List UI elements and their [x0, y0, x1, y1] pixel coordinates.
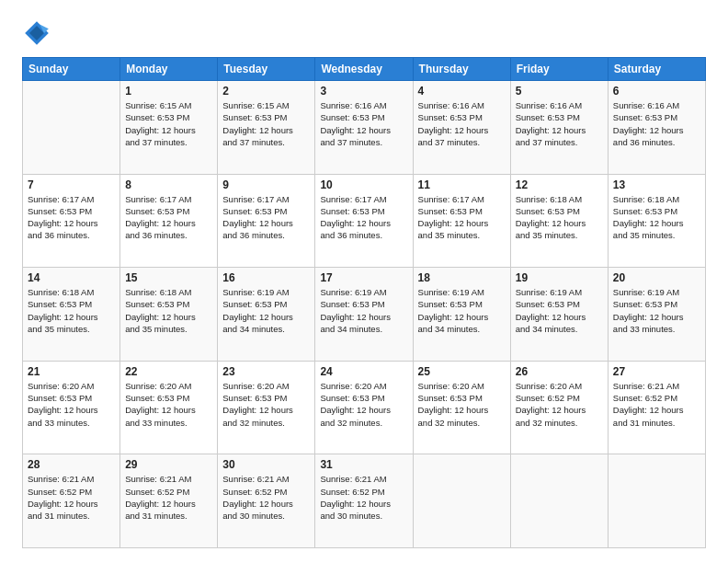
calendar-cell: 21Sunrise: 6:20 AM Sunset: 6:53 PM Dayli…	[23, 361, 120, 454]
calendar-cell: 20Sunrise: 6:19 AM Sunset: 6:53 PM Dayli…	[608, 268, 705, 362]
header-cell-wednesday: Wednesday	[315, 58, 413, 81]
day-number: 19	[516, 271, 603, 284]
day-info: Sunrise: 6:17 AM Sunset: 6:53 PM Dayligh…	[125, 193, 212, 242]
day-info: Sunrise: 6:21 AM Sunset: 6:52 PM Dayligh…	[125, 473, 212, 522]
week-row-4: 21Sunrise: 6:20 AM Sunset: 6:53 PM Dayli…	[23, 361, 706, 454]
calendar-cell: 2Sunrise: 6:15 AM Sunset: 6:53 PM Daylig…	[218, 81, 315, 175]
calendar-cell: 12Sunrise: 6:18 AM Sunset: 6:53 PM Dayli…	[510, 174, 608, 268]
day-number: 7	[28, 178, 115, 191]
day-info: Sunrise: 6:20 AM Sunset: 6:53 PM Dayligh…	[222, 380, 310, 429]
header-cell-tuesday: Tuesday	[218, 58, 315, 81]
calendar-cell: 29Sunrise: 6:21 AM Sunset: 6:52 PM Dayli…	[120, 454, 218, 548]
header-cell-monday: Monday	[120, 58, 218, 81]
calendar-cell: 27Sunrise: 6:21 AM Sunset: 6:52 PM Dayli…	[608, 361, 705, 454]
calendar-cell: 7Sunrise: 6:17 AM Sunset: 6:53 PM Daylig…	[23, 174, 120, 268]
calendar-cell	[510, 454, 608, 548]
day-number: 5	[516, 85, 603, 98]
day-info: Sunrise: 6:16 AM Sunset: 6:53 PM Dayligh…	[516, 99, 603, 148]
day-info: Sunrise: 6:17 AM Sunset: 6:53 PM Dayligh…	[28, 193, 115, 242]
day-number: 24	[320, 365, 407, 378]
header-cell-saturday: Saturday	[608, 58, 705, 81]
day-info: Sunrise: 6:15 AM Sunset: 6:53 PM Dayligh…	[222, 99, 310, 148]
day-info: Sunrise: 6:19 AM Sunset: 6:53 PM Dayligh…	[222, 286, 310, 335]
calendar-cell: 8Sunrise: 6:17 AM Sunset: 6:53 PM Daylig…	[120, 174, 218, 268]
day-info: Sunrise: 6:17 AM Sunset: 6:53 PM Dayligh…	[320, 193, 407, 242]
calendar-cell: 30Sunrise: 6:21 AM Sunset: 6:52 PM Dayli…	[218, 454, 315, 548]
day-number: 31	[320, 458, 407, 471]
day-number: 8	[125, 178, 212, 191]
day-info: Sunrise: 6:21 AM Sunset: 6:52 PM Dayligh…	[222, 473, 310, 522]
day-number: 2	[222, 85, 310, 98]
day-number: 1	[125, 85, 212, 98]
day-info: Sunrise: 6:20 AM Sunset: 6:52 PM Dayligh…	[516, 380, 603, 429]
calendar-cell: 9Sunrise: 6:17 AM Sunset: 6:53 PM Daylig…	[218, 174, 315, 268]
calendar-cell: 24Sunrise: 6:20 AM Sunset: 6:53 PM Dayli…	[315, 361, 413, 454]
week-row-1: 1Sunrise: 6:15 AM Sunset: 6:53 PM Daylig…	[23, 81, 706, 175]
day-number: 18	[418, 271, 506, 284]
day-info: Sunrise: 6:19 AM Sunset: 6:53 PM Dayligh…	[320, 286, 407, 335]
header	[22, 18, 706, 48]
day-info: Sunrise: 6:20 AM Sunset: 6:53 PM Dayligh…	[418, 380, 506, 429]
day-number: 10	[320, 178, 407, 191]
day-number: 12	[516, 178, 603, 191]
day-number: 27	[613, 365, 700, 378]
calendar-body: 1Sunrise: 6:15 AM Sunset: 6:53 PM Daylig…	[23, 81, 706, 548]
day-info: Sunrise: 6:20 AM Sunset: 6:53 PM Dayligh…	[125, 380, 212, 429]
calendar-cell: 3Sunrise: 6:16 AM Sunset: 6:53 PM Daylig…	[315, 81, 413, 175]
day-number: 17	[320, 271, 407, 284]
calendar-cell	[413, 454, 510, 548]
calendar-cell: 17Sunrise: 6:19 AM Sunset: 6:53 PM Dayli…	[315, 268, 413, 362]
calendar-header: SundayMondayTuesdayWednesdayThursdayFrid…	[23, 58, 706, 81]
calendar-cell: 11Sunrise: 6:17 AM Sunset: 6:53 PM Dayli…	[413, 174, 510, 268]
day-info: Sunrise: 6:18 AM Sunset: 6:53 PM Dayligh…	[613, 193, 700, 242]
day-number: 9	[222, 178, 310, 191]
day-info: Sunrise: 6:19 AM Sunset: 6:53 PM Dayligh…	[613, 286, 700, 335]
day-info: Sunrise: 6:21 AM Sunset: 6:52 PM Dayligh…	[613, 380, 700, 429]
calendar-cell: 15Sunrise: 6:18 AM Sunset: 6:53 PM Dayli…	[120, 268, 218, 362]
day-number: 21	[28, 365, 115, 378]
calendar-cell	[608, 454, 705, 548]
day-info: Sunrise: 6:16 AM Sunset: 6:53 PM Dayligh…	[613, 99, 700, 148]
day-info: Sunrise: 6:17 AM Sunset: 6:53 PM Dayligh…	[418, 193, 506, 242]
calendar-cell: 1Sunrise: 6:15 AM Sunset: 6:53 PM Daylig…	[120, 81, 218, 175]
day-number: 26	[516, 365, 603, 378]
day-number: 23	[222, 365, 310, 378]
week-row-3: 14Sunrise: 6:18 AM Sunset: 6:53 PM Dayli…	[23, 268, 706, 362]
day-number: 11	[418, 178, 506, 191]
calendar-cell: 5Sunrise: 6:16 AM Sunset: 6:53 PM Daylig…	[510, 81, 608, 175]
logo	[22, 18, 55, 48]
day-info: Sunrise: 6:21 AM Sunset: 6:52 PM Dayligh…	[28, 473, 115, 522]
logo-icon	[22, 18, 51, 48]
calendar-cell: 14Sunrise: 6:18 AM Sunset: 6:53 PM Dayli…	[23, 268, 120, 362]
day-number: 14	[28, 271, 115, 284]
day-info: Sunrise: 6:16 AM Sunset: 6:53 PM Dayligh…	[418, 99, 506, 148]
day-number: 22	[125, 365, 212, 378]
day-number: 28	[28, 458, 115, 471]
calendar-cell: 13Sunrise: 6:18 AM Sunset: 6:53 PM Dayli…	[608, 174, 705, 268]
day-number: 15	[125, 271, 212, 284]
calendar-cell: 23Sunrise: 6:20 AM Sunset: 6:53 PM Dayli…	[218, 361, 315, 454]
day-info: Sunrise: 6:19 AM Sunset: 6:53 PM Dayligh…	[516, 286, 603, 335]
header-cell-friday: Friday	[510, 58, 608, 81]
calendar-cell: 31Sunrise: 6:21 AM Sunset: 6:52 PM Dayli…	[315, 454, 413, 548]
calendar-cell: 16Sunrise: 6:19 AM Sunset: 6:53 PM Dayli…	[218, 268, 315, 362]
calendar-cell	[23, 81, 120, 175]
day-info: Sunrise: 6:20 AM Sunset: 6:53 PM Dayligh…	[320, 380, 407, 429]
day-number: 25	[418, 365, 506, 378]
day-number: 6	[613, 85, 700, 98]
header-row: SundayMondayTuesdayWednesdayThursdayFrid…	[23, 58, 706, 81]
calendar-cell: 6Sunrise: 6:16 AM Sunset: 6:53 PM Daylig…	[608, 81, 705, 175]
day-info: Sunrise: 6:17 AM Sunset: 6:53 PM Dayligh…	[222, 193, 310, 242]
day-number: 3	[320, 85, 407, 98]
week-row-2: 7Sunrise: 6:17 AM Sunset: 6:53 PM Daylig…	[23, 174, 706, 268]
day-number: 20	[613, 271, 700, 284]
day-info: Sunrise: 6:21 AM Sunset: 6:52 PM Dayligh…	[320, 473, 407, 522]
day-number: 13	[613, 178, 700, 191]
calendar-cell: 25Sunrise: 6:20 AM Sunset: 6:53 PM Dayli…	[413, 361, 510, 454]
calendar-cell: 28Sunrise: 6:21 AM Sunset: 6:52 PM Dayli…	[23, 454, 120, 548]
day-info: Sunrise: 6:18 AM Sunset: 6:53 PM Dayligh…	[516, 193, 603, 242]
day-number: 30	[222, 458, 310, 471]
week-row-5: 28Sunrise: 6:21 AM Sunset: 6:52 PM Dayli…	[23, 454, 706, 548]
day-info: Sunrise: 6:20 AM Sunset: 6:53 PM Dayligh…	[28, 380, 115, 429]
calendar-cell: 4Sunrise: 6:16 AM Sunset: 6:53 PM Daylig…	[413, 81, 510, 175]
